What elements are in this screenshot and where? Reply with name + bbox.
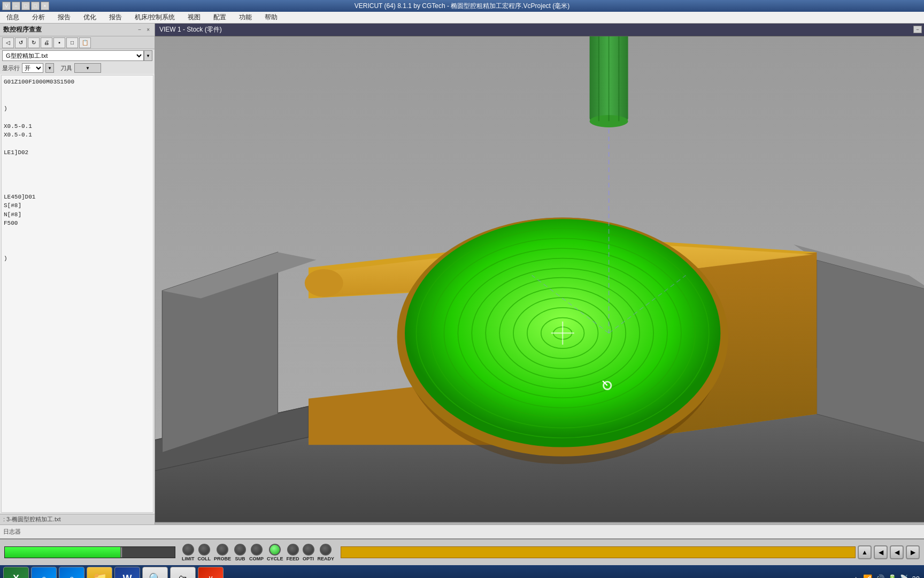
taskbar-ie1[interactable]: e [31, 567, 57, 578]
taskbar-word[interactable]: W [114, 567, 140, 578]
main-container: 数控程序查查 − × ◁ ↺ ↻ 🖨 ▪ □ 📋 G型腔精加工.txt ▼ [0, 24, 924, 524]
toolbar-view1[interactable]: ▪ [53, 37, 65, 48]
file-dropdown-row: G型腔精加工.txt ▼ [2, 50, 152, 61]
menu-optimize[interactable]: 优化 [79, 12, 101, 23]
panel-controls[interactable]: − × [136, 27, 151, 33]
toolbar-print[interactable]: 🖨 [41, 37, 52, 48]
left-panel: 数控程序查查 − × ◁ ↺ ↻ 🖨 ▪ □ 📋 G型腔精加工.txt ▼ [0, 24, 155, 524]
code-line-2 [4, 87, 151, 96]
coll-label: COLL [198, 556, 211, 561]
toolbar-undo[interactable]: ↺ [15, 37, 27, 48]
progress-container[interactable] [4, 546, 175, 558]
indicator-cycle: CYCLE [267, 544, 283, 561]
display-label: 显示行 [2, 64, 20, 72]
display-row: 显示行 开 ▼ 刀具 ▼ [0, 62, 155, 74]
panel-close[interactable]: × [145, 27, 151, 33]
code-line-12 [4, 175, 151, 184]
code-line-11 [4, 166, 151, 175]
taskbar-folder[interactable]: 📁 [87, 567, 112, 578]
comp-light [251, 544, 263, 556]
display-arrow[interactable]: ▼ [45, 63, 54, 73]
viewport-minimize[interactable]: − [913, 26, 922, 33]
file-dropdown[interactable]: G型腔精加工.txt [2, 50, 144, 61]
menu-report[interactable]: 报告 [105, 12, 126, 23]
svg-point-12 [305, 269, 343, 297]
coll-light [198, 544, 210, 556]
probe-label: PROBE [214, 556, 231, 561]
tool-arrow[interactable]: ▼ [74, 63, 101, 73]
code-line-20 [4, 246, 151, 255]
code-line-19 [4, 237, 151, 246]
feed-light [287, 544, 299, 556]
ready-label: READY [318, 556, 335, 561]
toolbar-view2[interactable]: □ [66, 37, 78, 48]
opti-light [303, 544, 314, 556]
systray-arrow[interactable]: ▲ [852, 574, 860, 578]
code-line-15: S[#8] [4, 201, 151, 210]
systray-network: 📶 [863, 574, 872, 578]
code-line-9: LE1]D02 [4, 148, 151, 157]
cycle-label: CYCLE [267, 556, 283, 561]
panel-title: 数控程序查查 [3, 25, 42, 34]
indicator-comp: COMP [249, 544, 264, 561]
display-select[interactable]: 开 [22, 63, 43, 73]
menu-info[interactable]: 信息 [2, 12, 24, 23]
menu-analyze[interactable]: 分析 [28, 12, 49, 23]
indicator-probe: PROBE [214, 544, 231, 561]
window-controls[interactable]: V − □ □ × [2, 2, 49, 10]
menu-function[interactable]: 功能 [235, 12, 256, 23]
code-line-18 [4, 228, 151, 237]
menu-help[interactable]: 帮助 [260, 12, 282, 23]
clock: 20 [912, 575, 920, 579]
toolbar-copy[interactable]: 📋 [79, 37, 91, 48]
comp-label: COMP [249, 556, 264, 561]
sim-btn-stepfwd[interactable]: ▶ [906, 545, 920, 559]
indicator-limit: LIMIT [182, 544, 195, 561]
code-panel[interactable]: G01Z100F1000M03S1500 ) X0.5-0.1 X0.5-0.1… [1, 75, 153, 513]
taskbar-search[interactable]: 🔍 [142, 567, 168, 578]
left-status: : 3-椭圆型腔精加工.txt [0, 514, 155, 524]
minimize-btn[interactable]: − [12, 2, 20, 10]
viewport[interactable]: VIEW 1 - Stock (零件) − [155, 24, 924, 524]
sim-btn-back[interactable]: ◀ [874, 545, 888, 559]
restore-btn[interactable]: □ [31, 2, 40, 10]
code-line-4: ) [4, 104, 151, 113]
taskbar-ie2[interactable]: e [59, 567, 84, 578]
status-text: : 3-椭圆型腔精加工.txt [3, 515, 61, 523]
systray-signal: 📡 [900, 574, 909, 578]
menu-bar: 信息 分析 报告 优化 报告 机床/控制系统 视图 配置 功能 帮助 [0, 12, 924, 24]
viewport-header: VIEW 1 - Stock (零件) − [155, 24, 924, 36]
maximize-btn[interactable]: □ [21, 2, 30, 10]
feed-label: FEED [287, 556, 299, 561]
panel-minimize[interactable]: − [136, 27, 143, 33]
left-toolbar: ◁ ↺ ↻ 🖨 ▪ □ 📋 [0, 36, 155, 49]
taskbar-explorer[interactable]: 🗂 [170, 567, 196, 578]
log-label: 日志器 [3, 528, 21, 536]
taskbar-excel[interactable]: X [3, 567, 29, 578]
progress-thumb [120, 547, 122, 558]
log-area: 日志器 [0, 524, 924, 538]
taskbar-vericut[interactable]: V [198, 567, 224, 578]
menu-config[interactable]: 配置 [209, 12, 230, 23]
toolbar-back[interactable]: ◁ [2, 37, 14, 48]
3d-scene [155, 36, 924, 524]
sim-btn-rewind[interactable]: ▲ [858, 545, 872, 559]
app-icon[interactable]: V [2, 2, 11, 10]
menu-view[interactable]: 视图 [183, 12, 205, 23]
systray-volume[interactable]: 🔊 [875, 574, 884, 578]
sim-btn-stepback[interactable]: ◀ [890, 545, 904, 559]
sub-label: SUB [235, 556, 245, 561]
menu-machine[interactable]: 机床/控制系统 [130, 12, 179, 23]
opti-label: OPTI [303, 556, 314, 561]
file-dropdown-arrow[interactable]: ▼ [144, 50, 152, 61]
indicator-opti: OPTI [303, 544, 314, 561]
code-line-7: X0.5-0.1 [4, 131, 151, 140]
toolbar-redo[interactable]: ↻ [28, 37, 40, 48]
indicator-feed: FEED [287, 544, 299, 561]
close-btn[interactable]: × [41, 2, 49, 10]
menu-tool[interactable]: 报告 [53, 12, 75, 23]
code-line-6: X0.5-0.1 [4, 122, 151, 131]
right-sim-controls[interactable]: ▲ ◀ ◀ ▶ [858, 545, 920, 559]
window-title: VERICUT (64) 8.1.1 by CGTech - 椭圆型腔粗精加工宏… [355, 2, 570, 11]
viewport-title: VIEW 1 - Stock (零件) [159, 25, 222, 34]
